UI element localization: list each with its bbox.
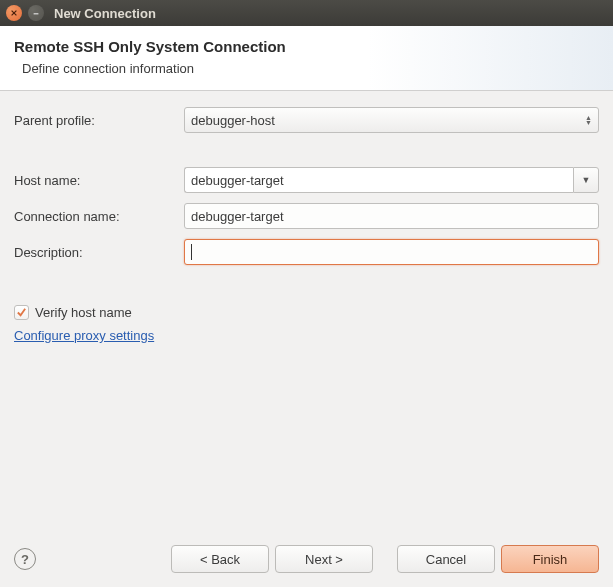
page-title: Remote SSH Only System Connection: [14, 38, 599, 55]
spinner-icon: ▲▼: [585, 115, 592, 125]
close-icon[interactable]: [6, 5, 22, 21]
host-name-label: Host name:: [14, 173, 184, 188]
wizard-header: Remote SSH Only System Connection Define…: [0, 26, 613, 91]
page-subtitle: Define connection information: [22, 61, 599, 76]
host-name-combo[interactable]: debugger-target ▼: [184, 167, 599, 193]
host-name-value: debugger-target: [191, 173, 284, 188]
help-icon[interactable]: ?: [14, 548, 36, 570]
connection-name-input[interactable]: debugger-target: [184, 203, 599, 229]
parent-profile-label: Parent profile:: [14, 113, 184, 128]
configure-proxy-link[interactable]: Configure proxy settings: [14, 328, 154, 343]
finish-button[interactable]: Finish: [501, 545, 599, 573]
parent-profile-combo[interactable]: debugger-host ▲▼: [184, 107, 599, 133]
next-button[interactable]: Next >: [275, 545, 373, 573]
text-caret: [191, 244, 192, 260]
chevron-down-icon[interactable]: ▼: [573, 167, 599, 193]
window-title: New Connection: [54, 6, 156, 21]
cancel-button-label: Cancel: [426, 552, 466, 567]
parent-profile-value: debugger-host: [191, 113, 275, 128]
title-bar: New Connection: [0, 0, 613, 26]
button-bar: ? < Back Next > Cancel Finish: [0, 533, 613, 587]
connection-name-label: Connection name:: [14, 209, 184, 224]
finish-button-label: Finish: [533, 552, 568, 567]
description-input[interactable]: [184, 239, 599, 265]
connection-name-value: debugger-target: [191, 209, 284, 224]
back-button[interactable]: < Back: [171, 545, 269, 573]
minimize-icon[interactable]: [28, 5, 44, 21]
cancel-button[interactable]: Cancel: [397, 545, 495, 573]
description-label: Description:: [14, 245, 184, 260]
back-button-label: < Back: [200, 552, 240, 567]
verify-host-label: Verify host name: [35, 305, 132, 320]
next-button-label: Next >: [305, 552, 343, 567]
form-area: Parent profile: debugger-host ▲▼ Host na…: [0, 91, 613, 343]
verify-host-checkbox[interactable]: [14, 305, 29, 320]
